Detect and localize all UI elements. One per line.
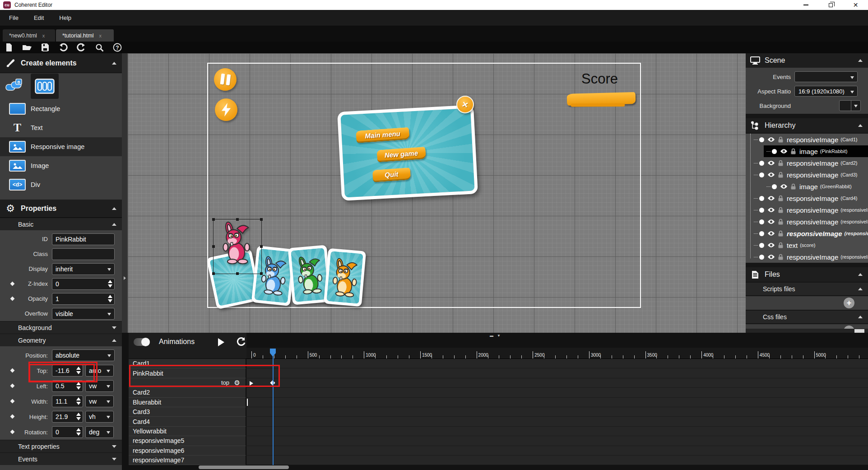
- timeline-track-row[interactable]: PinkRabbit ⚙: [129, 368, 868, 378]
- basic-section-header[interactable]: Basic: [0, 218, 122, 230]
- timeline-track-row[interactable]: Card2 ⚙: [129, 388, 868, 397]
- geometry-unit-select[interactable]: deg: [85, 426, 114, 438]
- collapse-arrow-icon[interactable]: [112, 339, 116, 342]
- create-item-div[interactable]: <d> Div: [0, 175, 122, 194]
- canvas[interactable]: Main menu New game Quit × Score: [122, 53, 746, 333]
- hierarchy-item[interactable]: image (GreenRabbit): [746, 181, 868, 192]
- visibility-dot-icon[interactable]: [772, 149, 777, 154]
- track-lane[interactable]: [246, 407, 868, 417]
- track-name[interactable]: responsiveImage6 ⚙: [129, 446, 246, 456]
- tab-close-icon[interactable]: x: [42, 33, 45, 38]
- visibility-dot-icon[interactable]: [759, 208, 764, 213]
- properties-header[interactable]: ⚙ Properties: [0, 200, 122, 218]
- expand-arrow-icon[interactable]: [112, 445, 116, 448]
- lock-icon[interactable]: [778, 230, 783, 237]
- splitter-handles[interactable]: ▬▼: [490, 334, 501, 338]
- geometry-unit-select[interactable]: vh: [85, 411, 114, 423]
- hierarchy-item[interactable]: responsiveImage (Card2): [746, 157, 868, 169]
- track-lane[interactable]: [246, 388, 868, 397]
- timeline-track-row[interactable]: top ⚙: [129, 378, 868, 388]
- visibility-dot-icon[interactable]: [759, 172, 764, 177]
- save-button[interactable]: [36, 42, 54, 53]
- hierarchy-item[interactable]: responsiveImage (Card4): [746, 192, 868, 204]
- widgets-tool-button[interactable]: [31, 74, 59, 99]
- stepper-arrows-icon[interactable]: [108, 295, 112, 302]
- close-button[interactable]: ✕: [843, 0, 868, 10]
- visibility-dot-icon[interactable]: [772, 184, 777, 189]
- lock-icon[interactable]: [791, 148, 796, 154]
- selection-handle[interactable]: [260, 245, 263, 248]
- eye-icon[interactable]: [767, 231, 775, 236]
- scene-events-select[interactable]: [794, 71, 858, 82]
- geometry-unit-select[interactable]: vw: [85, 396, 114, 407]
- lock-icon[interactable]: [778, 219, 783, 225]
- yellowrabbit-image[interactable]: [328, 256, 361, 298]
- geometry-unit-select[interactable]: vw: [85, 380, 114, 392]
- bolt-button-element[interactable]: [215, 98, 237, 121]
- timeline-track-row[interactable]: Card4 ⚙: [129, 417, 868, 426]
- timeline-track-row[interactable]: Card3 ⚙: [129, 407, 868, 417]
- eye-icon[interactable]: [780, 149, 788, 154]
- eye-icon[interactable]: [767, 172, 775, 177]
- geometry-value-stepper[interactable]: 11.1: [52, 396, 83, 407]
- hierarchy-item[interactable]: text (score): [746, 239, 868, 251]
- menu-edit[interactable]: Edit: [28, 10, 50, 26]
- track-lane[interactable]: [246, 359, 868, 368]
- geometry-value-stepper[interactable]: 21.9: [52, 411, 83, 423]
- lock-icon[interactable]: [778, 136, 783, 143]
- gear-icon[interactable]: ⚙: [234, 379, 240, 387]
- tab-close-icon[interactable]: x: [99, 33, 102, 38]
- undo-button[interactable]: [54, 42, 72, 53]
- collapse-arrow-icon[interactable]: [858, 124, 863, 127]
- geometry-value-stepper[interactable]: 0.5: [52, 380, 83, 392]
- timeline-track-row[interactable]: Bluerabbit ⚙: [129, 398, 868, 407]
- overflow-select[interactable]: visible: [52, 308, 115, 320]
- selection-handle[interactable]: [260, 272, 263, 275]
- eye-icon[interactable]: [767, 195, 775, 201]
- timeline-horizontal-scrollbar[interactable]: [199, 465, 289, 469]
- create-item-image[interactable]: Image: [0, 156, 122, 175]
- visibility-dot-icon[interactable]: [759, 161, 764, 166]
- pause-button-element[interactable]: [214, 68, 237, 91]
- id-input[interactable]: PinkRabbit: [52, 233, 115, 245]
- stepper-arrows-icon[interactable]: [76, 382, 81, 390]
- selection-handle[interactable]: [212, 218, 215, 221]
- greenrabbit-image[interactable]: [293, 254, 326, 296]
- timeline-track-row[interactable]: responsiveImage5 ⚙: [129, 436, 868, 446]
- selection-handle[interactable]: [260, 218, 263, 221]
- collapse-arrow-icon[interactable]: [858, 288, 863, 290]
- class-input[interactable]: [52, 248, 115, 260]
- new-file-button[interactable]: [0, 42, 18, 53]
- collapse-arrow-icon[interactable]: [858, 316, 863, 318]
- visibility-dot-icon[interactable]: [759, 137, 764, 142]
- stepper-arrows-icon[interactable]: [76, 413, 81, 420]
- track-lane[interactable]: [246, 378, 868, 388]
- eye-icon[interactable]: [767, 207, 775, 213]
- hierarchy-item[interactable]: responsiveImage (responsiveIma: [746, 204, 868, 216]
- geometry-unit-select[interactable]: auto: [85, 365, 114, 377]
- keyframe-arrow-icon[interactable]: [250, 381, 253, 386]
- selection-handle[interactable]: [212, 272, 215, 275]
- panel-close-button-element[interactable]: ×: [456, 96, 474, 113]
- track-name[interactable]: Bluerabbit ⚙: [129, 398, 246, 407]
- lock-icon[interactable]: [778, 160, 783, 166]
- hierarchy-item[interactable]: responsiveImage (responsiveI: [746, 228, 868, 239]
- stepper-arrows-icon[interactable]: [108, 280, 112, 288]
- tab-new0[interactable]: *new0.html x: [3, 29, 55, 42]
- track-name[interactable]: Card4 ⚙: [129, 417, 246, 426]
- background-color-picker[interactable]: [839, 100, 861, 111]
- track-name[interactable]: Card1 ⚙: [129, 359, 246, 368]
- selection-handle[interactable]: [236, 218, 239, 221]
- visibility-dot-icon[interactable]: [759, 219, 764, 224]
- new-game-button-element[interactable]: New game: [376, 147, 426, 162]
- visibility-dot-icon[interactable]: [759, 196, 764, 201]
- expand-arrow-icon[interactable]: [112, 326, 116, 329]
- minimize-button[interactable]: [794, 0, 818, 10]
- hierarchy-item[interactable]: responsiveImage (responsiveIma: [746, 251, 868, 263]
- restore-button[interactable]: [818, 0, 843, 10]
- card4-element[interactable]: [324, 248, 366, 307]
- hierarchy-item[interactable]: image (PinkRabbit): [746, 145, 868, 157]
- visibility-dot-icon[interactable]: [759, 243, 764, 248]
- quit-button-element[interactable]: Quit: [372, 168, 411, 182]
- eye-icon[interactable]: [767, 160, 775, 166]
